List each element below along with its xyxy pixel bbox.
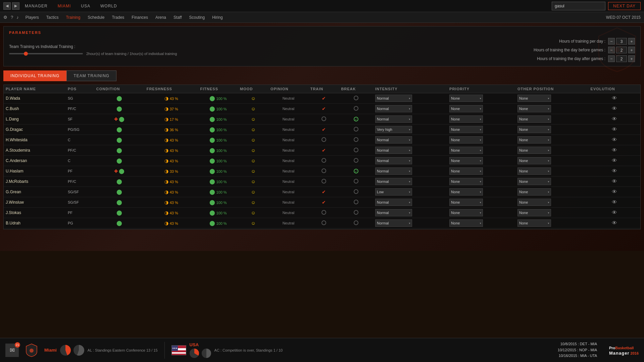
other-pos-select[interactable]: NonePGSGSFPFC: [517, 188, 551, 196]
player-name[interactable]: G.Dragac: [6, 127, 23, 132]
player-name[interactable]: J.Stokas: [6, 210, 21, 215]
train-check-icon[interactable]: ✔: [322, 189, 326, 195]
evolution-eye-icon[interactable]: 👁: [612, 199, 617, 205]
player-name[interactable]: C.Andersan: [6, 158, 27, 163]
player-name[interactable]: J.Winsluw: [6, 200, 24, 205]
priority-select[interactable]: NoneShootingDribblingDefensePassing: [449, 219, 483, 227]
evolution-eye-icon[interactable]: 👁: [612, 178, 617, 184]
priority-select[interactable]: NoneShootingDribblingDefensePassing: [449, 209, 483, 216]
player-name[interactable]: A.Stoudemira: [6, 148, 30, 153]
player-name[interactable]: G.Grean: [6, 190, 21, 194]
nav-world[interactable]: WORLD: [100, 4, 117, 8]
player-name[interactable]: C.Bush: [6, 106, 19, 111]
intensity-select[interactable]: NormalLowHighVery highMaximum: [375, 105, 412, 112]
tab-tactics[interactable]: Tactics: [46, 15, 59, 20]
tab-trades[interactable]: Trades: [112, 15, 124, 20]
other-pos-select[interactable]: NonePGSGSFPFC: [517, 199, 551, 206]
individual-training-tab[interactable]: INDIVIDUAL TRAINING: [3, 70, 66, 81]
next-day-button[interactable]: NEXT DAY: [608, 2, 641, 10]
tab-finances[interactable]: Finances: [132, 15, 148, 20]
evolution-eye-icon[interactable]: 👁: [612, 189, 617, 195]
break-circle-icon[interactable]: [354, 200, 358, 204]
train-circle-icon[interactable]: [321, 158, 326, 163]
intensity-select[interactable]: NormalLowHighVery highMaximum: [375, 199, 412, 206]
mail-button[interactable]: ✉ 21: [5, 344, 19, 357]
nav-usa[interactable]: USA: [81, 4, 90, 8]
train-check-icon[interactable]: ✔: [322, 127, 326, 132]
other-pos-select[interactable]: NonePGSGSFPFC: [517, 136, 551, 144]
training-slider-track[interactable]: [9, 53, 83, 54]
intensity-select[interactable]: NormalLowHighVery highMaximum: [375, 95, 412, 102]
break-check-icon[interactable]: ✓: [354, 117, 358, 121]
nav-manager[interactable]: MANAGER: [25, 4, 48, 8]
priority-select[interactable]: NoneShootingDribblingDefensePassing: [449, 115, 483, 123]
tab-scouting[interactable]: Scouting: [189, 15, 205, 20]
break-circle-icon[interactable]: [354, 106, 358, 111]
search-input[interactable]: [552, 2, 605, 10]
evolution-eye-icon[interactable]: 👁: [612, 95, 617, 101]
break-circle-icon[interactable]: [354, 210, 358, 215]
other-pos-select[interactable]: NonePGSGSFPFC: [517, 115, 551, 123]
evolution-eye-icon[interactable]: 👁: [612, 158, 617, 163]
intensity-select[interactable]: NormalLowHighVery highMaximum: [375, 115, 412, 123]
training-table-scroll[interactable]: PLAYER NAME POS CONDITION FRESHNESS FITN…: [4, 85, 640, 229]
priority-select[interactable]: NoneShootingDribblingDefensePassing: [449, 147, 483, 154]
intensity-select[interactable]: NormalLowHighVery highMaximum: [375, 136, 412, 144]
player-name[interactable]: B.Udrah: [6, 221, 20, 225]
tab-arena[interactable]: Arena: [155, 15, 166, 20]
other-pos-select[interactable]: NonePGSGSFPFC: [517, 105, 551, 112]
train-check-icon[interactable]: ✔: [322, 96, 326, 101]
break-circle-icon[interactable]: [354, 96, 358, 100]
priority-select[interactable]: NoneShootingDribblingDefensePassing: [449, 167, 483, 175]
train-check-icon[interactable]: ✔: [322, 200, 326, 205]
player-name[interactable]: U.Haslam: [6, 169, 23, 173]
priority-select[interactable]: NoneShootingDribblingDefensePassing: [449, 126, 483, 133]
other-pos-select[interactable]: NonePGSGSFPFC: [517, 219, 551, 227]
priority-select[interactable]: NoneShootingDribblingDefensePassing: [449, 105, 483, 112]
break-check-icon[interactable]: ✓: [354, 169, 358, 173]
music-icon[interactable]: ♪: [16, 15, 19, 20]
evolution-eye-icon[interactable]: 👁: [612, 126, 617, 132]
evolution-eye-icon[interactable]: 👁: [612, 116, 617, 122]
priority-select[interactable]: NoneShootingDribblingDefensePassing: [449, 178, 483, 185]
break-circle-icon[interactable]: [354, 189, 358, 194]
player-name[interactable]: L.Dang: [6, 117, 19, 121]
break-circle-icon[interactable]: [354, 220, 358, 225]
other-pos-select[interactable]: NonePGSGSFPFC: [517, 157, 551, 164]
break-circle-icon[interactable]: [354, 158, 358, 163]
help-icon[interactable]: ?: [11, 15, 13, 20]
intensity-select[interactable]: NormalLowHighVery highMaximum: [375, 188, 412, 196]
intensity-select[interactable]: NormalLowHighVery highMaximum: [375, 178, 412, 185]
tab-staff[interactable]: Staff: [174, 15, 182, 20]
priority-select[interactable]: NoneShootingDribblingDefensePassing: [449, 157, 483, 164]
player-name[interactable]: H.Whitesida: [6, 138, 28, 142]
train-circle-icon[interactable]: [321, 137, 326, 142]
evolution-eye-icon[interactable]: 👁: [612, 210, 617, 215]
evolution-eye-icon[interactable]: 👁: [612, 106, 617, 111]
train-circle-icon[interactable]: [321, 168, 326, 173]
nav-miami[interactable]: MIAMI: [58, 4, 71, 8]
priority-select[interactable]: NoneShootingDribblingDefensePassing: [449, 136, 483, 144]
tab-schedule[interactable]: Schedule: [88, 15, 104, 20]
evolution-eye-icon[interactable]: 👁: [612, 137, 617, 143]
priority-select[interactable]: NoneShootingDribblingDefensePassing: [449, 188, 483, 196]
team-training-tab[interactable]: TEAM TRAINING: [66, 70, 116, 81]
train-check-icon[interactable]: ✔: [322, 148, 326, 153]
player-name[interactable]: D.Wada: [6, 96, 20, 101]
settings-icon[interactable]: ⚙: [3, 15, 7, 20]
break-circle-icon[interactable]: [354, 148, 358, 152]
other-pos-select[interactable]: NonePGSGSFPFC: [517, 95, 551, 102]
other-pos-select[interactable]: NonePGSGSFPFC: [517, 126, 551, 133]
break-circle-icon[interactable]: [354, 179, 358, 184]
tab-training[interactable]: Training: [66, 15, 80, 20]
intensity-select[interactable]: NormalLowHighVery highMaximum: [375, 167, 412, 175]
priority-select[interactable]: NoneShootingDribblingDefensePassing: [449, 95, 483, 102]
break-circle-icon[interactable]: [354, 137, 358, 142]
nav-forward-button[interactable]: ▶: [12, 2, 19, 10]
other-pos-select[interactable]: NonePGSGSFPFC: [517, 209, 551, 216]
intensity-select[interactable]: NormalLowHighVery highMaximum: [375, 209, 412, 216]
tab-hiring[interactable]: Hiring: [212, 15, 222, 20]
other-pos-select[interactable]: NonePGSGSFPFC: [517, 167, 551, 175]
intensity-select[interactable]: NormalLowHighVery highMaximum: [375, 157, 412, 164]
tab-players[interactable]: Players: [26, 15, 39, 20]
